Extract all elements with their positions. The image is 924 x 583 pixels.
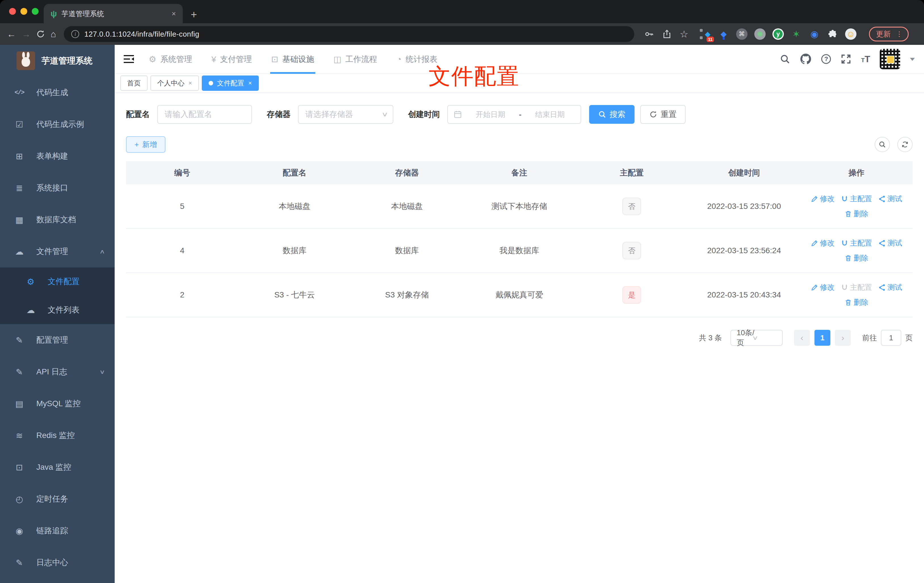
- delete-link[interactable]: 删除: [845, 209, 868, 219]
- site-info-icon[interactable]: i: [71, 30, 79, 38]
- extensions-cluster: ◆ 11 ◆ ⌘ y ✶ ◉ ☺: [700, 28, 856, 40]
- config-name-input[interactable]: [157, 105, 252, 124]
- zoom-window-button[interactable]: [32, 8, 39, 15]
- close-window-button[interactable]: [9, 8, 16, 15]
- delete-link[interactable]: 删除: [845, 297, 868, 307]
- topnav-item-系统管理[interactable]: ⚙系统管理: [149, 45, 192, 74]
- green-y-extension-icon[interactable]: y: [772, 28, 784, 40]
- test-link[interactable]: 测试: [878, 282, 902, 292]
- tag-tab-文件配置[interactable]: 文件配置×: [202, 76, 259, 91]
- url-bar[interactable]: i 127.0.0.1:1024/infra/file/file-config: [64, 26, 634, 42]
- top-navbar: ⚙系统管理¥支付管理⊡基础设施◫工作流程◔统计报表 ? TT ▼: [115, 45, 924, 74]
- table-refresh-icon[interactable]: [897, 137, 912, 152]
- add-button[interactable]: + 新增: [126, 136, 165, 153]
- forward-icon[interactable]: →: [21, 30, 31, 39]
- delete-link[interactable]: 删除: [845, 253, 868, 263]
- topnav-item-支付管理[interactable]: ¥支付管理: [211, 45, 252, 74]
- sidebar-item-文件配置[interactable]: ⚙文件配置: [0, 268, 115, 296]
- sidebar-item-代码生成示例[interactable]: ☑代码生成示例: [0, 109, 115, 140]
- sidebar-logo[interactable]: 芋道管理系统: [0, 45, 115, 77]
- pinned-extension-icon[interactable]: ◆ 11: [700, 28, 711, 40]
- collapse-sidebar-icon[interactable]: [124, 55, 134, 63]
- sliders-icon: ≣: [13, 183, 25, 193]
- chrome-update-button[interactable]: 更新 ⋮: [869, 27, 909, 41]
- sidebar-item-定时任务[interactable]: ◴定时任务: [0, 483, 115, 515]
- command-extension-icon[interactable]: ⌘: [736, 28, 747, 40]
- goto-page-input[interactable]: [881, 330, 901, 346]
- sidebar-item-label: 代码生成: [36, 87, 68, 98]
- test-link[interactable]: 测试: [878, 194, 902, 204]
- tab-close-icon[interactable]: ×: [172, 9, 176, 18]
- edit-link[interactable]: 修改: [811, 194, 835, 204]
- dashboard-icon: ◔: [396, 55, 401, 64]
- home-icon[interactable]: ⌂: [51, 30, 56, 39]
- sidebar-item-API 日志[interactable]: ✎API 日志∨: [0, 356, 115, 388]
- sidebar-item-label: 表单构建: [36, 151, 68, 162]
- master-tag: 是: [622, 286, 641, 304]
- close-icon[interactable]: ×: [248, 79, 252, 87]
- date-range-picker[interactable]: 开始日期 - 结束日期: [447, 105, 581, 124]
- bookmark-star-icon[interactable]: ☆: [680, 29, 688, 39]
- blue-eye-extension-icon[interactable]: ◉: [809, 28, 820, 40]
- github-icon[interactable]: [800, 53, 812, 65]
- current-page-button[interactable]: 1: [815, 330, 830, 346]
- user-avatar[interactable]: [880, 49, 900, 69]
- topnav-item-工作流程[interactable]: ◫工作流程: [333, 45, 377, 74]
- prev-page-button[interactable]: ‹: [794, 330, 810, 346]
- back-icon[interactable]: ←: [7, 30, 16, 39]
- reload-icon[interactable]: [36, 30, 45, 38]
- sidebar-item-链路追踪[interactable]: ◉链路追踪: [0, 515, 115, 547]
- browser-menu-icon[interactable]: ⋮: [896, 33, 903, 35]
- password-key-icon[interactable]: [645, 29, 654, 39]
- sidebar-item-表单构建[interactable]: ⊞表单构建: [0, 140, 115, 172]
- date-start-placeholder: 开始日期: [465, 109, 516, 119]
- storage-select[interactable]: 请选择存储器 ∨: [298, 105, 393, 124]
- reset-button[interactable]: 重置: [640, 105, 686, 124]
- close-icon[interactable]: ×: [188, 79, 192, 87]
- gray-dot-extension-icon[interactable]: [754, 28, 766, 40]
- minimize-window-button[interactable]: [20, 8, 27, 15]
- table-search-icon[interactable]: [874, 137, 890, 152]
- balloon-extension-icon[interactable]: ◆: [718, 28, 729, 40]
- help-icon[interactable]: ?: [821, 54, 831, 64]
- font-size-icon[interactable]: TT: [861, 54, 870, 64]
- cloud-download-icon: ☁: [13, 247, 25, 257]
- mysql-monitor-icon: ▤: [13, 399, 25, 409]
- new-tab-button[interactable]: +: [191, 9, 197, 20]
- sidebar-item-Redis 监控[interactable]: ≋Redis 监控: [0, 419, 115, 451]
- sidebar-item-日志中心[interactable]: ✎日志中心: [0, 547, 115, 578]
- emoji-extension-icon[interactable]: ☺: [845, 28, 856, 40]
- topnav-item-基础设施[interactable]: ⊡基础设施: [271, 45, 314, 74]
- sidebar-item-文件管理[interactable]: ☁文件管理∧: [0, 236, 115, 268]
- puzzle-extension-icon[interactable]: [827, 28, 838, 40]
- edit-link[interactable]: 修改: [811, 282, 835, 292]
- sidebar-item-配置管理[interactable]: ✎配置管理: [0, 324, 115, 356]
- fullscreen-icon[interactable]: [841, 54, 851, 64]
- sidebar-item-数据库文档[interactable]: ▦数据库文档: [0, 204, 115, 236]
- log-edit-icon: ✎: [13, 367, 25, 377]
- sidebar-item-代码生成[interactable]: </>代码生成: [0, 77, 115, 109]
- master-config-link[interactable]: 主配置: [841, 194, 872, 204]
- sidebar-item-MySQL 监控[interactable]: ▤MySQL 监控: [0, 388, 115, 419]
- sidebar-item-文件列表[interactable]: ☁文件列表: [0, 296, 115, 324]
- master-config-link[interactable]: 主配置: [841, 238, 872, 248]
- search-icon[interactable]: [780, 54, 790, 64]
- sidebar-item-label: 文件配置: [48, 276, 79, 287]
- avatar-dropdown-icon[interactable]: ▼: [908, 56, 917, 62]
- browser-tab[interactable]: ψ 芋道管理系统 ×: [44, 4, 183, 23]
- green-star-extension-icon[interactable]: ✶: [790, 28, 802, 40]
- search-button[interactable]: 搜索: [589, 105, 635, 124]
- tag-tab-首页[interactable]: 首页: [120, 76, 148, 91]
- test-link[interactable]: 测试: [878, 238, 902, 248]
- trace-eye-icon: ◉: [13, 526, 25, 536]
- next-page-button[interactable]: ›: [835, 330, 851, 346]
- sidebar-item-label: 配置管理: [36, 335, 68, 345]
- tag-tab-个人中心[interactable]: 个人中心×: [150, 76, 199, 91]
- sidebar-item-Java 监控[interactable]: ⊡Java 监控: [0, 451, 115, 483]
- sidebar-item-系统接口[interactable]: ≣系统接口: [0, 172, 115, 204]
- master-config-link: 主配置: [841, 282, 872, 292]
- edit-link[interactable]: 修改: [811, 238, 835, 248]
- page-size-select[interactable]: 10条/页 ∨: [731, 330, 783, 346]
- gear-icon: ⚙: [149, 55, 156, 64]
- share-upload-icon[interactable]: [662, 29, 672, 39]
